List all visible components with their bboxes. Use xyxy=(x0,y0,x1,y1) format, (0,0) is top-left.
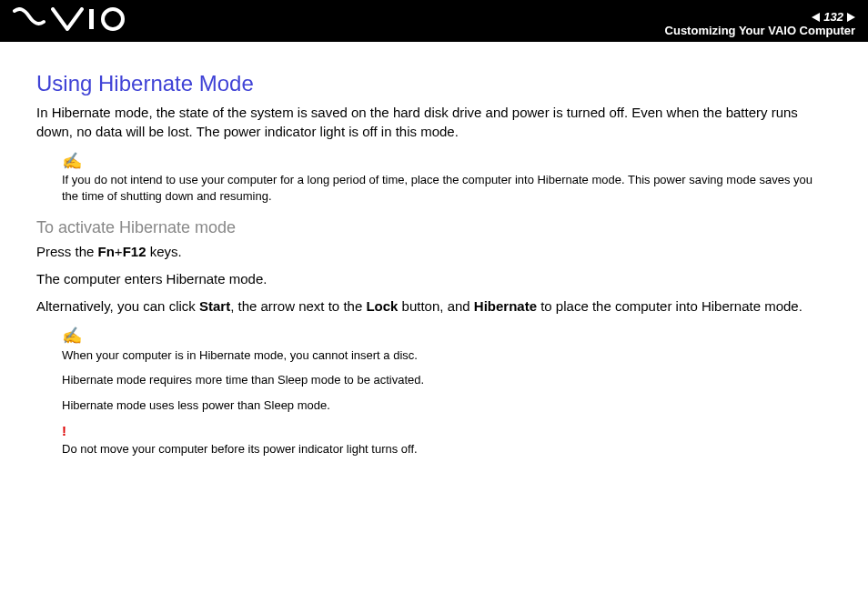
key-f12: F12 xyxy=(123,244,146,259)
warning-icon: ! xyxy=(62,422,832,440)
page-content: Using Hibernate Mode In Hibernate mode, … xyxy=(0,42,868,457)
warning-text: Do not move your computer before its pow… xyxy=(62,441,832,457)
text: to place the computer into Hibernate mod… xyxy=(537,298,802,314)
text: , the arrow next to the xyxy=(230,298,366,314)
text: button, and xyxy=(398,298,473,314)
svg-rect-0 xyxy=(89,9,94,29)
page-nav: 132 xyxy=(812,10,855,25)
key-fn: Fn xyxy=(98,244,115,259)
section-subtitle: To activate Hibernate mode xyxy=(36,216,832,238)
text: Press the xyxy=(36,244,98,259)
text: keys. xyxy=(146,244,181,259)
note-block-1: ✍ If you do not intend to use your compu… xyxy=(62,150,832,204)
step-3: Alternatively, you can click Start, the … xyxy=(36,297,832,316)
note-text-1: If you do not intend to use your compute… xyxy=(62,172,832,204)
pencil-note-icon: ✍ xyxy=(62,150,832,172)
note-block-2: ✍ When your computer is in Hibernate mod… xyxy=(62,325,832,457)
text: Alternatively, you can click xyxy=(36,298,199,314)
page-number: 132 xyxy=(823,10,843,25)
page-title: Using Hibernate Mode xyxy=(36,69,832,98)
text: + xyxy=(115,244,123,259)
step-2: The computer enters Hibernate mode. xyxy=(36,270,832,288)
page-header: 132 Customizing Your VAIO Computer xyxy=(0,0,868,42)
pencil-note-icon: ✍ xyxy=(62,325,832,347)
next-page-icon[interactable] xyxy=(847,13,855,22)
note-text-2a: When your computer is in Hibernate mode,… xyxy=(62,347,832,364)
vaio-logo xyxy=(13,0,131,38)
start-button-label: Start xyxy=(199,298,230,314)
svg-point-1 xyxy=(103,9,123,29)
note-text-2c: Hibernate mode uses less power than Slee… xyxy=(62,397,832,414)
header-right: 132 Customizing Your VAIO Computer xyxy=(665,10,855,38)
hibernate-label: Hibernate xyxy=(474,298,537,314)
note-text-2b: Hibernate mode requires more time than S… xyxy=(62,372,832,388)
prev-page-icon[interactable] xyxy=(812,13,820,22)
breadcrumb: Customizing Your VAIO Computer xyxy=(665,24,855,38)
step-1: Press the Fn+F12 keys. xyxy=(36,243,832,261)
intro-paragraph: In Hibernate mode, the state of the syst… xyxy=(36,104,832,141)
lock-button-label: Lock xyxy=(366,298,398,314)
